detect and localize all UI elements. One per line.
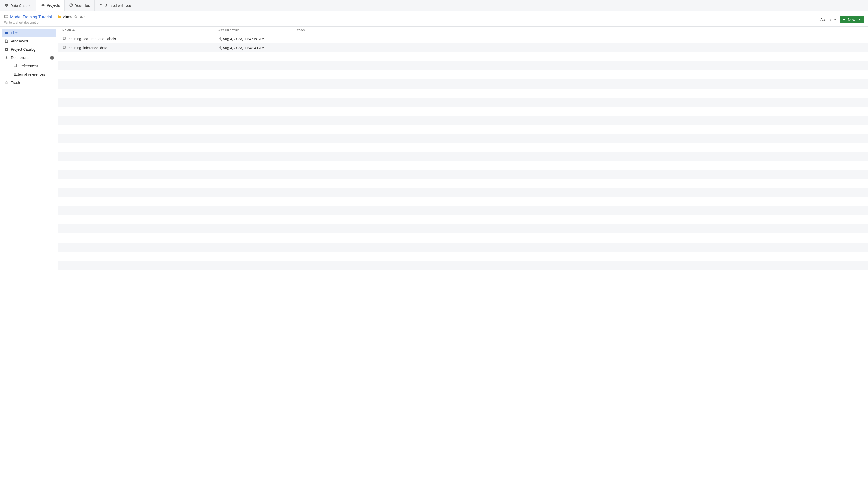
sidebar-item-project-catalog[interactable]: Project Catalog bbox=[2, 45, 56, 54]
sidebar-item-file-references[interactable]: File references bbox=[12, 62, 56, 70]
breadcrumb-parent[interactable]: Model Training Tutorial bbox=[10, 15, 52, 19]
table-row-empty bbox=[58, 234, 868, 243]
table-row-empty bbox=[58, 197, 868, 206]
table-row-empty bbox=[58, 252, 868, 261]
file-updated: Fri, Aug 4, 2023, 11:47:58 AM bbox=[217, 37, 297, 41]
table-row-empty bbox=[58, 143, 868, 152]
table-row-empty bbox=[58, 70, 868, 79]
table-row-empty bbox=[58, 125, 868, 134]
share-count: 1 bbox=[84, 15, 86, 19]
svg-point-5 bbox=[101, 4, 102, 5]
sidebar-item-label: Files bbox=[11, 31, 19, 35]
breadcrumb-current: data bbox=[63, 15, 72, 19]
file-name-cell: housing_features_and_labels bbox=[62, 37, 217, 41]
share-icon[interactable]: 1 bbox=[80, 15, 86, 19]
actions-button[interactable]: Actions bbox=[820, 17, 837, 22]
sidebar: Files Autosaved Project Catalog Referenc… bbox=[0, 27, 58, 497]
sidebar-references-sub: File references External references bbox=[5, 62, 56, 78]
table-row-empty bbox=[58, 152, 868, 161]
briefcase-icon bbox=[41, 3, 45, 8]
svg-rect-10 bbox=[81, 16, 82, 18]
file-name-cell: housing_inference_data bbox=[62, 45, 217, 50]
files-icon bbox=[5, 31, 8, 35]
tab-projects[interactable]: Projects bbox=[37, 0, 65, 11]
top-tabs: Data Catalog Projects Your files Shared … bbox=[0, 0, 868, 11]
table-row-empty bbox=[58, 261, 868, 270]
tab-label: Data Catalog bbox=[10, 4, 31, 8]
plus-icon bbox=[843, 17, 846, 22]
sidebar-item-external-references[interactable]: External references bbox=[12, 70, 56, 78]
dataset-icon bbox=[62, 45, 66, 50]
tab-your-files[interactable]: Your files bbox=[65, 0, 95, 11]
document-icon bbox=[5, 39, 8, 43]
table-row-empty bbox=[58, 79, 868, 89]
sidebar-item-label: References bbox=[11, 56, 29, 60]
chevron-right-icon: › bbox=[54, 15, 55, 19]
sidebar-item-label: External references bbox=[14, 72, 45, 76]
description-input[interactable] bbox=[4, 21, 82, 24]
table-row-empty bbox=[58, 107, 868, 116]
file-table-header: Name Last Updated Tags bbox=[58, 27, 868, 34]
sidebar-item-label: Project Catalog bbox=[11, 47, 36, 52]
sidebar-item-autosaved[interactable]: Autosaved bbox=[2, 37, 56, 45]
table-row-empty bbox=[58, 134, 868, 143]
check-circle-icon bbox=[5, 48, 8, 51]
check-circle-icon bbox=[5, 3, 8, 8]
column-header-name[interactable]: Name bbox=[62, 29, 217, 32]
svg-rect-18 bbox=[63, 46, 66, 49]
tab-data-catalog[interactable]: Data Catalog bbox=[0, 0, 37, 11]
star-icon[interactable] bbox=[74, 14, 78, 19]
page-header: Model Training Tutorial › data 1 Actions bbox=[0, 11, 868, 27]
svg-rect-2 bbox=[42, 4, 43, 5]
sidebar-item-trash[interactable]: Trash bbox=[2, 78, 56, 87]
table-row-empty bbox=[58, 52, 868, 61]
user-circle-icon bbox=[69, 3, 73, 8]
sidebar-item-label: Autosaved bbox=[11, 39, 28, 43]
file-pane: Name Last Updated Tags housing_features_… bbox=[58, 27, 868, 497]
column-label: Tags bbox=[297, 29, 305, 32]
column-header-updated[interactable]: Last Updated bbox=[217, 29, 297, 32]
svg-rect-15 bbox=[63, 37, 66, 40]
table-row[interactable]: housing_inference_dataFri, Aug 4, 2023, … bbox=[58, 43, 868, 52]
sidebar-item-files[interactable]: Files bbox=[2, 29, 56, 37]
actions-label: Actions bbox=[820, 17, 832, 22]
table-row-empty bbox=[58, 224, 868, 234]
sort-asc-icon bbox=[72, 29, 75, 32]
new-button[interactable]: New bbox=[840, 16, 864, 23]
svg-rect-9 bbox=[80, 16, 81, 18]
file-name: housing_features_and_labels bbox=[69, 37, 116, 41]
header-actions: Actions New bbox=[820, 14, 864, 23]
table-row[interactable]: housing_features_and_labelsFri, Aug 4, 2… bbox=[58, 34, 868, 43]
svg-point-4 bbox=[71, 4, 72, 5]
breadcrumb-block: Model Training Tutorial › data 1 bbox=[4, 14, 86, 24]
tab-label: Your files bbox=[75, 4, 90, 8]
caret-down-icon bbox=[858, 17, 861, 22]
file-updated: Fri, Aug 4, 2023, 11:48:41 AM bbox=[217, 46, 297, 50]
table-row-empty bbox=[58, 179, 868, 188]
table-row-empty bbox=[58, 61, 868, 70]
trash-icon bbox=[5, 81, 8, 84]
column-header-tags[interactable]: Tags bbox=[297, 29, 864, 32]
tab-label: Shared with you bbox=[105, 4, 131, 8]
sidebar-item-label: Trash bbox=[11, 80, 20, 84]
svg-rect-7 bbox=[4, 15, 8, 17]
users-icon bbox=[99, 3, 103, 8]
new-label: New bbox=[848, 17, 855, 22]
table-row-empty bbox=[58, 170, 868, 179]
caret-down-icon bbox=[834, 17, 837, 22]
project-icon bbox=[4, 14, 8, 19]
table-row-empty bbox=[58, 215, 868, 224]
info-icon[interactable]: i bbox=[50, 56, 54, 60]
table-row-empty bbox=[58, 116, 868, 125]
table-row-empty bbox=[58, 97, 868, 107]
body-area: Files Autosaved Project Catalog Referenc… bbox=[0, 27, 868, 497]
column-label: Last Updated bbox=[217, 29, 239, 32]
table-row-empty bbox=[58, 188, 868, 197]
table-row-empty bbox=[58, 89, 868, 97]
folder-icon bbox=[57, 14, 61, 19]
asterisk-icon bbox=[5, 56, 8, 60]
sidebar-item-references[interactable]: References i bbox=[2, 54, 56, 62]
tab-shared-with-you[interactable]: Shared with you bbox=[95, 0, 136, 11]
table-row-empty bbox=[58, 161, 868, 170]
file-name: housing_inference_data bbox=[69, 46, 107, 50]
